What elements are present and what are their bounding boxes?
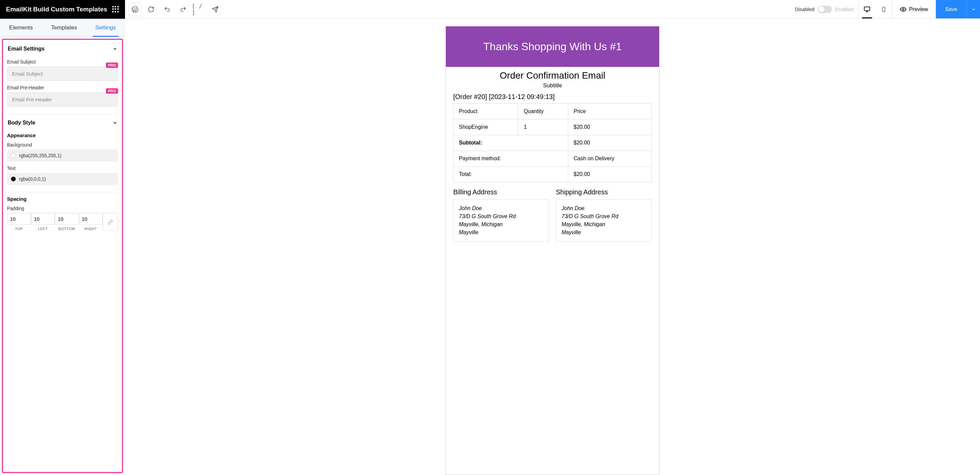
- device-mobile-icon[interactable]: [875, 0, 892, 18]
- email-subject-input[interactable]: [7, 67, 118, 81]
- wordpress-icon[interactable]: [128, 3, 142, 16]
- eye-icon: [900, 6, 907, 13]
- color-swatch-icon: [11, 177, 16, 181]
- device-switcher: [858, 0, 892, 18]
- chevron-down-icon: [113, 120, 117, 125]
- background-color-picker[interactable]: rgba(255,255,255,1): [7, 150, 118, 161]
- undo-icon[interactable]: [160, 2, 175, 17]
- billing-title: Billing Address: [453, 188, 549, 196]
- address-row[interactable]: Billing Address John Doe 73/D G South Gr…: [446, 188, 659, 248]
- email-subtitle[interactable]: Subtitle: [446, 82, 659, 89]
- send-icon[interactable]: [208, 2, 223, 17]
- toggle-enabled-label: Enabled: [835, 6, 854, 12]
- pro-badge: PRO: [106, 88, 118, 94]
- body-style-title: Body Style: [8, 120, 35, 126]
- email-preheader-label: Email Pre-Header: [7, 85, 118, 90]
- shipping-column: Shipping Address John Doe 73/D G South G…: [556, 188, 652, 242]
- padding-right-input[interactable]: [79, 213, 103, 225]
- refresh-icon[interactable]: [144, 2, 158, 17]
- tab-templates[interactable]: Templates: [48, 19, 80, 37]
- order-meta[interactable]: [Order #20] [2023-11-12 09:49:13]: [446, 89, 659, 104]
- app-title: EmailKit Build Custom Templates: [6, 6, 107, 13]
- email-subject-label: Email Subject: [7, 59, 118, 65]
- preview-button[interactable]: Preview: [892, 0, 936, 18]
- sidebar-tabs: Elements Templates Settings: [0, 19, 125, 37]
- padding-bottom-input[interactable]: [55, 213, 79, 225]
- save-dropdown-icon[interactable]: [967, 0, 980, 18]
- brand-bar: EmailKit Build Custom Templates: [0, 0, 125, 19]
- chevron-down-icon: [113, 46, 117, 51]
- link-values-icon[interactable]: [103, 213, 118, 231]
- padding-top-input[interactable]: [7, 213, 31, 225]
- text-color-label: Text: [7, 166, 118, 171]
- table-row: Product Quantity Price: [453, 104, 652, 120]
- toggle-disabled-label: Disabled: [795, 6, 814, 12]
- table-row: ShopEngine 1 $20.00: [453, 120, 652, 135]
- sidebar: Elements Templates Settings Email Settin…: [0, 19, 125, 475]
- enable-toggle-group: Disabled Enabled: [790, 6, 858, 13]
- enable-toggle[interactable]: [818, 6, 832, 13]
- text-color-picker[interactable]: rgba(0,0,0,1): [7, 173, 118, 185]
- email-title[interactable]: Order Confirmation Email: [446, 70, 659, 81]
- padding-control: TOP LEFT BOTTOM RIGHT: [7, 213, 118, 231]
- order-table[interactable]: Product Quantity Price ShopEngine 1 $20.…: [453, 104, 652, 182]
- apps-grid-icon[interactable]: [112, 6, 119, 13]
- preview-label: Preview: [909, 6, 928, 13]
- device-desktop-icon[interactable]: [859, 0, 875, 18]
- redo-icon[interactable]: [176, 2, 191, 17]
- spacing-heading: Spacing: [7, 196, 118, 202]
- toolbar: [ / ] Disabled Enabled Preview Save: [125, 0, 980, 19]
- shipping-address: John Doe 73/D G South Grove Rd Mayville,…: [556, 199, 652, 242]
- svg-point-3: [902, 8, 904, 10]
- billing-address: John Doe 73/D G South Grove Rd Mayville,…: [453, 199, 549, 242]
- background-value: rgba(255,255,255,1): [19, 153, 62, 158]
- padding-left-input[interactable]: [31, 213, 55, 225]
- text-color-value: rgba(0,0,0,1): [19, 176, 46, 182]
- table-row: Total: $20.00: [453, 167, 652, 182]
- email-preview[interactable]: Thanks Shopping With Us #1 Order Confirm…: [445, 26, 659, 475]
- padding-label: Padding: [7, 206, 118, 211]
- table-row: Payment method: Cash on Delivery: [453, 151, 652, 167]
- tab-settings[interactable]: Settings: [92, 19, 118, 37]
- shipping-title: Shipping Address: [556, 188, 652, 196]
- save-button[interactable]: Save: [936, 0, 967, 18]
- appearance-heading: Appearance: [7, 132, 118, 138]
- tab-elements[interactable]: Elements: [6, 19, 35, 37]
- banner-text: Thanks Shopping With Us #1: [449, 40, 656, 53]
- top-header: EmailKit Build Custom Templates [ / ] Di…: [0, 0, 980, 19]
- email-preheader-input[interactable]: [7, 92, 118, 107]
- pro-badge: PRO: [106, 62, 118, 68]
- email-settings-title: Email Settings: [8, 46, 45, 52]
- email-banner[interactable]: Thanks Shopping With Us #1: [446, 26, 659, 67]
- svg-rect-1: [864, 7, 870, 10]
- settings-panel: Email Settings Email Subject PRO Email P…: [2, 39, 123, 473]
- billing-column: Billing Address John Doe 73/D G South Gr…: [453, 188, 549, 242]
- table-row: Subtotal: $20.00: [453, 135, 652, 151]
- email-settings-header[interactable]: Email Settings: [7, 43, 118, 55]
- background-label: Background: [7, 142, 118, 148]
- color-swatch-icon: [11, 153, 16, 158]
- shortcode-button[interactable]: [ / ]: [192, 2, 207, 17]
- body-style-header[interactable]: Body Style: [7, 116, 118, 129]
- canvas[interactable]: Thanks Shopping With Us #1 Order Confirm…: [125, 19, 980, 475]
